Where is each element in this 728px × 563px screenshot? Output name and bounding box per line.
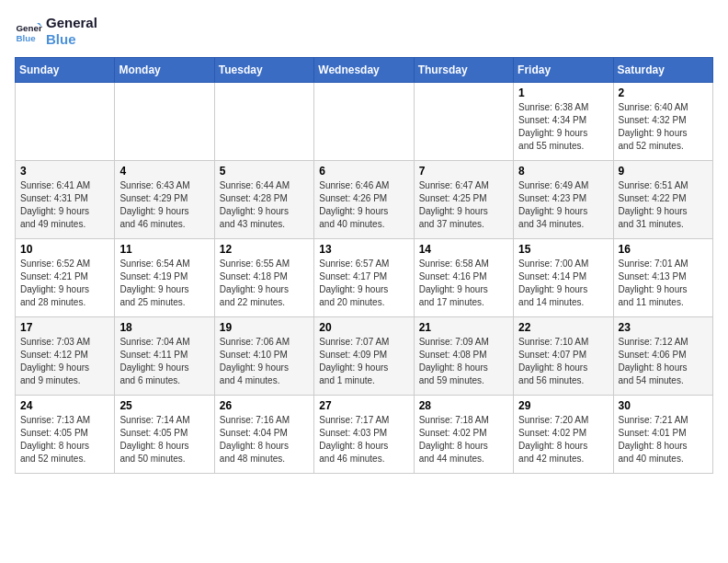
calendar-cell: 30Sunrise: 7:21 AM Sunset: 4:01 PM Dayli… xyxy=(613,396,712,474)
day-detail: Sunrise: 6:52 AM Sunset: 4:21 PM Dayligh… xyxy=(20,258,109,309)
day-detail: Sunrise: 7:17 AM Sunset: 4:03 PM Dayligh… xyxy=(319,414,408,465)
weekday-header-thursday: Thursday xyxy=(414,58,513,83)
day-detail: Sunrise: 6:44 AM Sunset: 4:28 PM Dayligh… xyxy=(220,179,309,231)
day-number: 11 xyxy=(119,243,209,256)
day-detail: Sunrise: 7:20 AM Sunset: 4:02 PM Dayligh… xyxy=(518,414,608,465)
logo-text-line2: Blue xyxy=(46,31,97,48)
calendar-cell: 16Sunrise: 7:01 AM Sunset: 4:13 PM Dayli… xyxy=(613,239,712,317)
day-number: 19 xyxy=(220,321,309,334)
day-detail: Sunrise: 7:12 AM Sunset: 4:06 PM Dayligh… xyxy=(619,336,708,387)
weekday-header-wednesday: Wednesday xyxy=(314,58,414,83)
calendar-week-row: 10Sunrise: 6:52 AM Sunset: 4:21 PM Dayli… xyxy=(16,239,713,317)
calendar-cell xyxy=(414,83,513,161)
day-detail: Sunrise: 7:10 AM Sunset: 4:07 PM Dayligh… xyxy=(518,336,608,387)
day-number: 26 xyxy=(220,399,309,412)
svg-text:General: General xyxy=(17,23,43,33)
calendar-cell xyxy=(214,83,313,161)
day-number: 18 xyxy=(119,321,209,334)
calendar-cell: 11Sunrise: 6:54 AM Sunset: 4:19 PM Dayli… xyxy=(115,239,214,317)
day-number: 4 xyxy=(119,165,209,178)
day-detail: Sunrise: 7:16 AM Sunset: 4:04 PM Dayligh… xyxy=(220,414,309,465)
logo-icon: General Blue xyxy=(15,17,42,45)
day-number: 16 xyxy=(619,243,708,256)
day-number: 14 xyxy=(419,243,508,256)
day-number: 10 xyxy=(20,243,109,256)
day-number: 21 xyxy=(419,321,508,334)
day-detail: Sunrise: 6:54 AM Sunset: 4:19 PM Dayligh… xyxy=(119,258,209,309)
calendar-cell: 25Sunrise: 7:14 AM Sunset: 4:05 PM Dayli… xyxy=(115,396,214,474)
day-detail: Sunrise: 7:13 AM Sunset: 4:05 PM Dayligh… xyxy=(20,414,109,465)
day-number: 2 xyxy=(619,86,708,99)
day-number: 28 xyxy=(419,399,508,412)
calendar-week-row: 3Sunrise: 6:41 AM Sunset: 4:31 PM Daylig… xyxy=(16,161,713,239)
day-number: 13 xyxy=(319,243,408,256)
calendar-cell: 24Sunrise: 7:13 AM Sunset: 4:05 PM Dayli… xyxy=(16,396,115,474)
calendar-cell: 6Sunrise: 6:46 AM Sunset: 4:26 PM Daylig… xyxy=(314,161,414,239)
calendar-cell: 10Sunrise: 6:52 AM Sunset: 4:21 PM Dayli… xyxy=(16,239,115,317)
calendar-cell: 17Sunrise: 7:03 AM Sunset: 4:12 PM Dayli… xyxy=(16,317,115,396)
day-number: 20 xyxy=(319,321,408,334)
day-number: 3 xyxy=(20,165,109,178)
day-number: 17 xyxy=(20,321,109,334)
weekday-header-saturday: Saturday xyxy=(613,58,712,83)
calendar-cell: 29Sunrise: 7:20 AM Sunset: 4:02 PM Dayli… xyxy=(514,396,613,474)
day-detail: Sunrise: 7:07 AM Sunset: 4:09 PM Dayligh… xyxy=(319,336,408,387)
page-header: General Blue General Blue xyxy=(15,15,713,48)
calendar-cell: 3Sunrise: 6:41 AM Sunset: 4:31 PM Daylig… xyxy=(16,161,115,239)
calendar-cell: 9Sunrise: 6:51 AM Sunset: 4:22 PM Daylig… xyxy=(613,161,712,239)
weekday-header-row: SundayMondayTuesdayWednesdayThursdayFrid… xyxy=(16,58,713,83)
day-number: 24 xyxy=(20,399,109,412)
day-number: 1 xyxy=(518,86,608,99)
day-number: 15 xyxy=(518,243,608,256)
calendar-cell: 13Sunrise: 6:57 AM Sunset: 4:17 PM Dayli… xyxy=(314,239,414,317)
calendar-cell: 19Sunrise: 7:06 AM Sunset: 4:10 PM Dayli… xyxy=(214,317,313,396)
calendar-table: SundayMondayTuesdayWednesdayThursdayFrid… xyxy=(15,57,713,474)
logo-text-line1: General xyxy=(46,15,97,31)
calendar-week-row: 1Sunrise: 6:38 AM Sunset: 4:34 PM Daylig… xyxy=(16,83,713,161)
day-number: 29 xyxy=(518,399,608,412)
calendar-cell: 4Sunrise: 6:43 AM Sunset: 4:29 PM Daylig… xyxy=(115,161,214,239)
day-number: 9 xyxy=(619,165,708,178)
day-detail: Sunrise: 6:38 AM Sunset: 4:34 PM Dayligh… xyxy=(518,101,608,153)
day-number: 22 xyxy=(518,321,608,334)
calendar-cell xyxy=(314,83,414,161)
day-number: 12 xyxy=(220,243,309,256)
calendar-cell: 28Sunrise: 7:18 AM Sunset: 4:02 PM Dayli… xyxy=(414,396,513,474)
day-detail: Sunrise: 7:01 AM Sunset: 4:13 PM Dayligh… xyxy=(619,258,708,309)
weekday-header-sunday: Sunday xyxy=(16,58,115,83)
day-detail: Sunrise: 7:18 AM Sunset: 4:02 PM Dayligh… xyxy=(419,414,508,465)
day-detail: Sunrise: 6:46 AM Sunset: 4:26 PM Dayligh… xyxy=(319,179,408,231)
calendar-week-row: 24Sunrise: 7:13 AM Sunset: 4:05 PM Dayli… xyxy=(16,396,713,474)
day-detail: Sunrise: 6:49 AM Sunset: 4:23 PM Dayligh… xyxy=(518,179,608,231)
day-detail: Sunrise: 6:55 AM Sunset: 4:18 PM Dayligh… xyxy=(220,258,309,309)
day-number: 23 xyxy=(619,321,708,334)
day-detail: Sunrise: 6:58 AM Sunset: 4:16 PM Dayligh… xyxy=(419,258,508,309)
day-detail: Sunrise: 6:43 AM Sunset: 4:29 PM Dayligh… xyxy=(119,179,209,231)
calendar-cell: 21Sunrise: 7:09 AM Sunset: 4:08 PM Dayli… xyxy=(414,317,513,396)
calendar-cell: 8Sunrise: 6:49 AM Sunset: 4:23 PM Daylig… xyxy=(514,161,613,239)
svg-text:Blue: Blue xyxy=(17,33,37,43)
calendar-cell: 20Sunrise: 7:07 AM Sunset: 4:09 PM Dayli… xyxy=(314,317,414,396)
calendar-cell: 18Sunrise: 7:04 AM Sunset: 4:11 PM Dayli… xyxy=(115,317,214,396)
day-detail: Sunrise: 6:41 AM Sunset: 4:31 PM Dayligh… xyxy=(20,179,109,231)
logo: General Blue General Blue xyxy=(15,15,97,48)
calendar-cell xyxy=(16,83,115,161)
day-number: 7 xyxy=(419,165,508,178)
day-number: 6 xyxy=(319,165,408,178)
day-number: 27 xyxy=(319,399,408,412)
day-detail: Sunrise: 6:40 AM Sunset: 4:32 PM Dayligh… xyxy=(619,101,708,153)
day-detail: Sunrise: 7:03 AM Sunset: 4:12 PM Dayligh… xyxy=(20,336,109,387)
calendar-cell: 12Sunrise: 6:55 AM Sunset: 4:18 PM Dayli… xyxy=(214,239,313,317)
calendar-cell: 23Sunrise: 7:12 AM Sunset: 4:06 PM Dayli… xyxy=(613,317,712,396)
day-detail: Sunrise: 6:47 AM Sunset: 4:25 PM Dayligh… xyxy=(419,179,508,231)
day-detail: Sunrise: 7:00 AM Sunset: 4:14 PM Dayligh… xyxy=(518,258,608,309)
calendar-cell: 7Sunrise: 6:47 AM Sunset: 4:25 PM Daylig… xyxy=(414,161,513,239)
day-detail: Sunrise: 7:04 AM Sunset: 4:11 PM Dayligh… xyxy=(119,336,209,387)
calendar-cell: 22Sunrise: 7:10 AM Sunset: 4:07 PM Dayli… xyxy=(514,317,613,396)
day-detail: Sunrise: 7:21 AM Sunset: 4:01 PM Dayligh… xyxy=(619,414,708,465)
day-detail: Sunrise: 7:09 AM Sunset: 4:08 PM Dayligh… xyxy=(419,336,508,387)
calendar-cell: 14Sunrise: 6:58 AM Sunset: 4:16 PM Dayli… xyxy=(414,239,513,317)
weekday-header-tuesday: Tuesday xyxy=(214,58,313,83)
calendar-cell: 1Sunrise: 6:38 AM Sunset: 4:34 PM Daylig… xyxy=(514,83,613,161)
weekday-header-monday: Monday xyxy=(115,58,214,83)
